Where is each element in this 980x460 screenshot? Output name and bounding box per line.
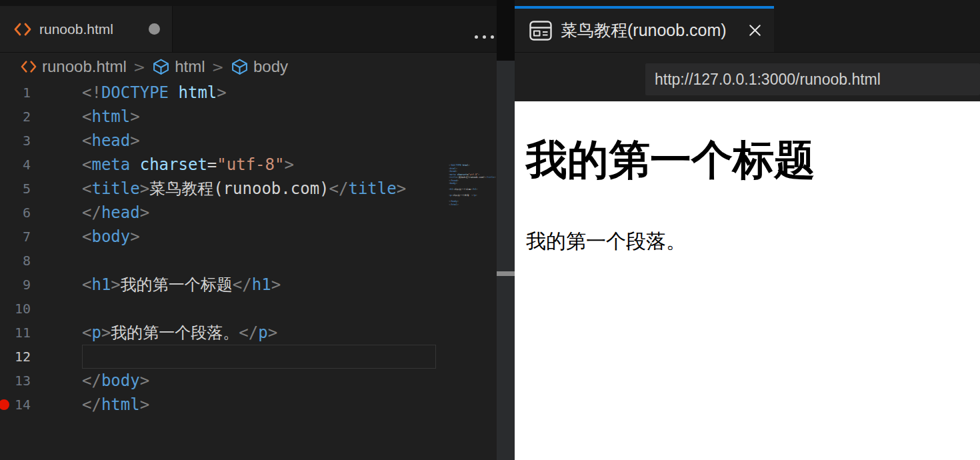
code-line[interactable]: 4<meta charset="utf-8"> bbox=[0, 153, 497, 177]
code-token: html bbox=[91, 107, 130, 126]
browser-tab[interactable]: 菜鸟教程(runoob.com) bbox=[515, 6, 774, 52]
line-number[interactable]: 2 bbox=[0, 105, 31, 129]
code-line[interactable]: 12 bbox=[0, 345, 497, 369]
code-line[interactable]: 1<!DOCTYPE html> bbox=[0, 81, 497, 105]
code-line[interactable]: 7<body> bbox=[0, 225, 497, 249]
line-number[interactable]: 9 bbox=[0, 273, 31, 297]
code-line[interactable]: 5<title>菜鸟教程(runoob.com)</title> bbox=[0, 177, 497, 201]
code-line-content bbox=[31, 249, 82, 273]
code-line[interactable]: 9<h1>我的第一个标题</h1> bbox=[0, 273, 497, 297]
code-line-content: <title>菜鸟教程(runoob.com)</title> bbox=[31, 177, 406, 201]
split-sash[interactable] bbox=[497, 61, 515, 460]
browser-tab-title: 菜鸟教程(runoob.com) bbox=[561, 19, 727, 41]
code-token: 我的第一个标题 bbox=[121, 275, 233, 294]
minimap-fragment: title bbox=[487, 177, 494, 179]
code-line[interactable]: 8 bbox=[0, 249, 497, 273]
code-line[interactable]: 10 bbox=[0, 297, 497, 321]
breadcrumb-item-html[interactable]: html bbox=[152, 57, 205, 76]
editor-tab-bar: runoob.html bbox=[0, 6, 497, 52]
code-line-content: <html> bbox=[31, 105, 140, 129]
code-token: </ bbox=[233, 275, 252, 294]
code-token: p bbox=[91, 323, 101, 342]
code-token: > bbox=[111, 275, 120, 294]
minimap-fragment: head bbox=[450, 171, 455, 173]
code-line[interactable]: 2<html> bbox=[0, 105, 497, 129]
code-line-content bbox=[31, 297, 82, 321]
code-line-content: <h1>我的第一个标题</h1> bbox=[31, 273, 281, 297]
minimap-fragment: 菜鸟教程(runoob.com) bbox=[459, 177, 485, 179]
more-actions-button[interactable] bbox=[475, 35, 494, 39]
line-number[interactable]: 8 bbox=[0, 249, 31, 273]
breadcrumb-item-runoob-html[interactable]: runoob.html bbox=[20, 57, 127, 76]
code-token: p bbox=[258, 323, 267, 342]
code-line-content: <body> bbox=[31, 225, 140, 249]
code-editor[interactable]: 1<!DOCTYPE html>2<html>3<head>4<meta cha… bbox=[0, 81, 497, 460]
code-token: < bbox=[82, 107, 91, 126]
code-line[interactable]: 11<p>我的第一个段落。</p> bbox=[0, 321, 497, 345]
code-token: meta bbox=[91, 155, 130, 174]
line-number[interactable]: 13 bbox=[0, 369, 31, 393]
code-line-content: <p>我的第一个段落。</p> bbox=[31, 321, 277, 345]
minimap-fragment: html bbox=[450, 167, 455, 170]
line-number[interactable]: 4 bbox=[0, 153, 31, 177]
page-paragraph: 我的第一个段落。 bbox=[515, 228, 980, 255]
breadcrumb-item-label: body bbox=[253, 57, 288, 76]
code-line[interactable]: 6</head> bbox=[0, 201, 497, 225]
line-number[interactable]: 5 bbox=[0, 177, 31, 201]
code-line-content bbox=[31, 345, 82, 369]
vscode-window: runoob.html runoob.html>html>body 1<!DOC… bbox=[0, 0, 980, 460]
code-line-content: </head> bbox=[31, 201, 149, 225]
tab-runoob-html[interactable]: runoob.html bbox=[0, 6, 173, 52]
minimap-fragment: > bbox=[476, 189, 477, 191]
line-number[interactable]: 6 bbox=[0, 201, 31, 225]
minimap-content: 1<!DOCTYPE html>2<html>3<head>4<meta cha… bbox=[441, 164, 497, 206]
code-token: > bbox=[130, 131, 139, 150]
panel-gap bbox=[497, 0, 515, 61]
code-token: </ bbox=[82, 203, 101, 222]
line-number[interactable]: 3 bbox=[0, 129, 31, 153]
minimap-fragment: > bbox=[456, 167, 457, 170]
line-number[interactable]: 1 bbox=[0, 81, 31, 105]
minimap-fragment: charset bbox=[456, 173, 467, 176]
minimap-fragment: > bbox=[478, 173, 479, 176]
code-token: = bbox=[207, 155, 217, 174]
breadcrumb: runoob.html>html>body bbox=[0, 53, 497, 81]
code-token: > bbox=[217, 83, 226, 102]
code-token: DOCTYPE bbox=[101, 83, 169, 102]
code-token: html bbox=[169, 83, 217, 102]
code-token: > bbox=[130, 107, 139, 126]
minimap-fragment: > bbox=[456, 183, 457, 185]
minimap-fragment: 我的第一个段落。 bbox=[453, 195, 471, 197]
html-file-icon bbox=[20, 59, 37, 74]
webview-icon bbox=[529, 21, 552, 41]
minimap[interactable]: 1<!DOCTYPE html>2<html>3<head>4<meta cha… bbox=[441, 164, 497, 271]
line-number[interactable]: 11 bbox=[0, 321, 31, 345]
line-number[interactable]: 7 bbox=[0, 225, 31, 249]
code-line-content: <head> bbox=[31, 129, 140, 153]
line-number[interactable]: 12 bbox=[0, 345, 31, 369]
code-token: head bbox=[91, 131, 130, 150]
minimap-fragment: > bbox=[456, 171, 457, 173]
code-token: html bbox=[101, 395, 140, 414]
minimap-fragment: DOCTYPE bbox=[451, 165, 461, 167]
sash-handle[interactable] bbox=[497, 271, 515, 276]
breadcrumb-separator: > bbox=[133, 59, 145, 75]
code-token: title bbox=[348, 179, 396, 198]
symbol-element-icon bbox=[152, 58, 170, 76]
code-token: charset bbox=[130, 155, 207, 174]
code-line[interactable]: 14</html> bbox=[0, 393, 497, 417]
code-line[interactable]: 13</body> bbox=[0, 369, 497, 393]
breadcrumb-item-label: runoob.html bbox=[42, 57, 127, 76]
code-token: head bbox=[101, 203, 140, 222]
modified-indicator-dot[interactable] bbox=[149, 23, 160, 35]
breadcrumb-item-body[interactable]: body bbox=[231, 57, 288, 76]
code-line[interactable]: 3<head> bbox=[0, 129, 497, 153]
code-token: </ bbox=[82, 371, 101, 390]
minimap-fragment: > bbox=[457, 201, 459, 203]
minimap-fragment: title bbox=[450, 177, 457, 179]
browser-tab-bar: 菜鸟教程(runoob.com) bbox=[515, 6, 980, 52]
code-token: body bbox=[91, 227, 130, 246]
url-input[interactable]: http://127.0.0.1:3000/runoob.html bbox=[645, 63, 980, 95]
close-icon[interactable] bbox=[747, 22, 763, 39]
line-number[interactable]: 10 bbox=[0, 297, 31, 321]
